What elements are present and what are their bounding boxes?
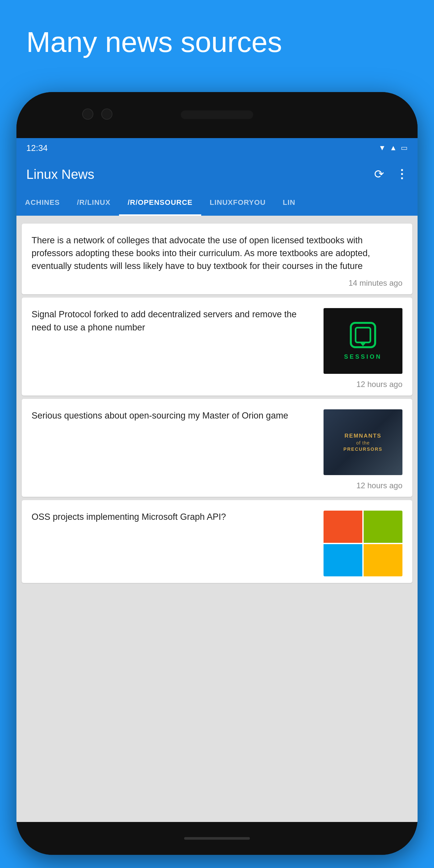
tab-linuxforyou[interactable]: LINUXFORYOU xyxy=(201,191,274,216)
news-card-4[interactable]: OSS projects implementing Microsoft Grap… xyxy=(22,500,412,583)
session-logo-icon xyxy=(350,322,376,348)
ms-red-square xyxy=(323,510,362,543)
battery-icon: ▭ xyxy=(401,144,408,152)
refresh-icon[interactable]: ⟳ xyxy=(374,167,384,181)
more-options-icon[interactable]: ⋮ xyxy=(396,167,408,181)
camera-right xyxy=(101,108,113,120)
remnants-line3: PRECURSORS xyxy=(344,446,383,452)
app-title: Linux News xyxy=(26,167,94,182)
news-card-3[interactable]: Serious questions about open-sourcing my… xyxy=(22,399,412,497)
tab-machines[interactable]: ACHINES xyxy=(17,191,68,216)
tab-lin[interactable]: LIN xyxy=(274,191,304,216)
card-3-body: Serious questions about open-sourcing my… xyxy=(32,409,402,475)
camera-left xyxy=(82,108,93,120)
remnants-line2: of the xyxy=(356,440,370,445)
card-2-timestamp: 12 hours ago xyxy=(32,380,402,389)
remnants-thumbnail: REMNANTS of the PRECURSORS xyxy=(323,409,402,475)
phone-top-bezel xyxy=(17,92,417,138)
card-2-headline: Signal Protocol forked to add decentrali… xyxy=(32,308,317,334)
remnants-line1: REMNANTS xyxy=(345,432,381,440)
tab-linux[interactable]: /R/LINUX xyxy=(68,191,119,216)
news-card-2[interactable]: Signal Protocol forked to add decentrali… xyxy=(22,298,412,396)
phone-frame: 12:34 ▼ ▲ ▭ Linux News ⟳ ⋮ ACHINES xyxy=(17,92,417,855)
ms-green-square xyxy=(364,510,402,543)
status-bar: 12:34 ▼ ▲ ▭ xyxy=(17,138,417,158)
content-area: There is a network of colleges that advo… xyxy=(17,216,417,822)
speaker xyxy=(181,111,253,119)
card-3-headline: Serious questions about open-sourcing my… xyxy=(32,409,317,422)
session-thumbnail: SESSION xyxy=(323,308,402,374)
card-1-timestamp: 14 minutes ago xyxy=(32,278,402,288)
news-card-1[interactable]: There is a network of colleges that advo… xyxy=(22,224,412,294)
status-icons: ▼ ▲ ▭ xyxy=(378,144,408,152)
wifi-icon: ▼ xyxy=(378,144,386,152)
home-indicator xyxy=(184,837,250,840)
status-time: 12:34 xyxy=(26,143,48,153)
tab-opensource[interactable]: /R/OPENSOURCE xyxy=(119,191,201,216)
session-label: SESSION xyxy=(344,353,382,360)
app-bar-actions: ⟳ ⋮ xyxy=(374,167,408,181)
tab-bar: ACHINES /R/LINUX /R/OPENSOURCE LINUXFORY… xyxy=(17,191,417,216)
phone-bottom-bezel xyxy=(17,822,417,855)
signal-icon: ▲ xyxy=(390,144,397,152)
card-3-timestamp: 12 hours ago xyxy=(32,481,402,490)
ms-blue-square xyxy=(323,544,362,577)
card-2-body: Signal Protocol forked to add decentrali… xyxy=(32,308,402,374)
card-4-headline: OSS projects implementing Microsoft Grap… xyxy=(32,510,317,523)
microsoft-thumbnail xyxy=(323,510,402,577)
phone-screen: 12:34 ▼ ▲ ▭ Linux News ⟳ ⋮ ACHINES xyxy=(17,138,417,822)
page-background: Many news sources 12:34 ▼ ▲ ▭ Linux News xyxy=(0,0,434,868)
card-4-body: OSS projects implementing Microsoft Grap… xyxy=(32,510,402,577)
card-1-headline: There is a network of colleges that advo… xyxy=(32,234,402,273)
page-hero-title: Many news sources xyxy=(0,0,434,71)
ms-yellow-square xyxy=(364,544,402,577)
app-bar: Linux News ⟳ ⋮ xyxy=(17,158,417,191)
